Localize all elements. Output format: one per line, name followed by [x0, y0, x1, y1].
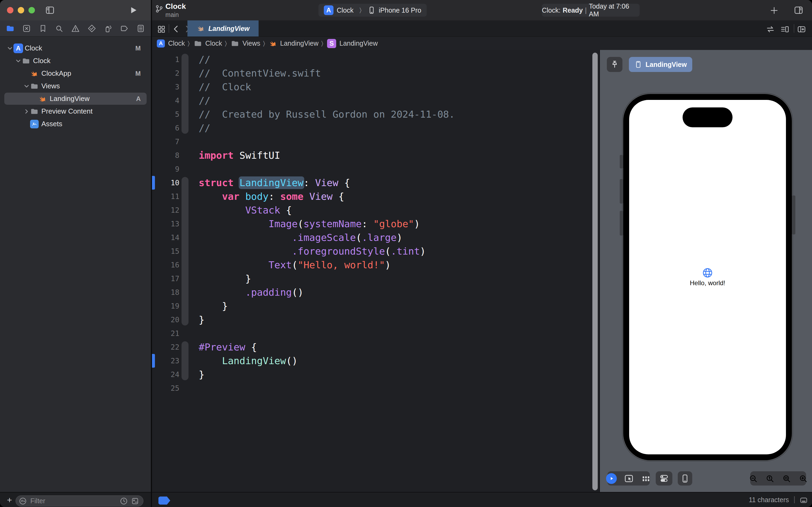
sidebar-item-clock[interactable]: Clock [0, 55, 151, 67]
report-navigator-icon[interactable] [136, 24, 145, 33]
pin-preview-button[interactable] [607, 57, 623, 72]
sidebar-toggle-icon[interactable] [45, 5, 55, 15]
code-line[interactable]: 19 } [152, 299, 599, 313]
recent-files-filter-icon[interactable] [119, 497, 128, 505]
code-line[interactable]: 20} [152, 313, 599, 327]
code-text[interactable]: #Preview { [179, 340, 257, 354]
line-number[interactable]: 18 [152, 285, 179, 299]
code-line[interactable]: 18 .padding() [152, 285, 599, 299]
activity-status[interactable]: Clock: Ready | Today at 7:06 AM [542, 4, 640, 17]
run-destination[interactable]: iPhone 16 Pro [379, 6, 421, 14]
go-back-icon[interactable] [172, 25, 180, 33]
line-number[interactable]: 23 [152, 354, 179, 368]
code-line[interactable]: 13 Image(systemName: "globe") [152, 217, 599, 231]
sidebar-item-clock[interactable]: AClockM [0, 42, 151, 55]
code-text[interactable]: Image(systemName: "globe") [179, 217, 420, 231]
code-line[interactable]: 3// Clock [152, 80, 599, 94]
selectable-mode-icon[interactable] [624, 473, 634, 484]
preview-device-chip[interactable]: LandingView [629, 57, 692, 72]
minimize-button[interactable] [18, 7, 24, 13]
zoom-to-fit-icon[interactable] [781, 474, 791, 484]
filter-field[interactable]: Filter [15, 496, 143, 506]
scheme-selector[interactable]: A Clock 〉 iPhone 16 Pro [318, 4, 427, 17]
code-line[interactable]: 8import SwiftUI [152, 149, 599, 162]
code-line[interactable]: 6// [152, 121, 599, 135]
scheme-name[interactable]: Clock [337, 6, 354, 14]
issue-navigator-icon[interactable] [71, 24, 80, 33]
line-number[interactable]: 9 [152, 162, 179, 176]
editor-options-icon[interactable] [780, 25, 790, 34]
line-number[interactable]: 19 [152, 299, 179, 313]
code-line[interactable]: 5// Created by Russell Gordon on 2024-11… [152, 107, 599, 121]
code-line[interactable]: 24} [152, 368, 599, 381]
line-number[interactable]: 7 [152, 135, 179, 149]
disclosure-open-icon[interactable] [23, 83, 30, 90]
test-navigator-icon[interactable] [87, 24, 97, 33]
code-line[interactable]: 12 VStack { [152, 203, 599, 217]
code-line[interactable]: 15 .foregroundStyle(.tint) [152, 244, 599, 258]
code-text[interactable]: var body: some View { [179, 189, 344, 203]
filter-menu-icon[interactable] [18, 497, 27, 505]
line-number[interactable]: 21 [152, 327, 179, 340]
tab-landingview[interactable]: LandingView [187, 20, 258, 37]
code-text[interactable] [179, 381, 199, 395]
code-text[interactable]: struct LandingView: View { [179, 176, 350, 189]
zoom-out-icon[interactable] [748, 474, 758, 484]
debug-navigator-icon[interactable] [103, 24, 113, 33]
code-line[interactable]: 4// [152, 94, 599, 107]
project-navigator-icon[interactable] [6, 24, 15, 33]
live-preview-icon[interactable] [606, 473, 617, 484]
sidebar-item-views[interactable]: Views [0, 80, 151, 92]
code-line[interactable]: 14 .imageScale(.large) [152, 231, 599, 244]
device-bezels-button[interactable] [678, 471, 692, 486]
sidebar-item-clockapp[interactable]: ClockAppM [0, 67, 151, 80]
zoom-button[interactable] [28, 7, 35, 13]
line-number[interactable]: 20 [152, 313, 179, 327]
jump-bar[interactable]: AClock〉Clock〉Views〉LandingView〉SLandingV… [152, 37, 812, 50]
sidebar-item-assets[interactable]: Assets [0, 118, 151, 130]
sidebar-item-landingview[interactable]: LandingViewA [0, 92, 151, 105]
line-number[interactable]: 5 [152, 107, 179, 121]
code-text[interactable]: // [179, 94, 210, 107]
breadcrumb-item[interactable]: Clock [206, 40, 222, 47]
line-number[interactable]: 1 [152, 53, 179, 66]
split-editor-icon[interactable] [797, 25, 806, 34]
code-text[interactable]: LandingView() [179, 354, 297, 368]
line-number[interactable]: 4 [152, 94, 179, 107]
source-control-filter-icon[interactable] [131, 497, 139, 505]
breadcrumb-item[interactable]: LandingView [339, 40, 378, 47]
code-line[interactable]: 23 LandingView() [152, 354, 599, 368]
close-button[interactable] [7, 7, 13, 13]
code-line[interactable]: 1// [152, 53, 599, 66]
line-number[interactable]: 22 [152, 340, 179, 354]
breadcrumb-item[interactable]: Views [242, 40, 260, 47]
disclosure-open-icon[interactable] [6, 45, 13, 52]
code-text[interactable]: } [179, 299, 228, 313]
zoom-in-icon[interactable] [798, 474, 808, 484]
code-text[interactable] [179, 327, 199, 340]
run-button[interactable] [128, 5, 138, 15]
line-number[interactable]: 2 [152, 66, 179, 80]
related-items-icon[interactable] [157, 25, 166, 34]
line-number[interactable]: 6 [152, 121, 179, 135]
code-text[interactable]: // [179, 121, 210, 135]
code-text[interactable]: // Created by Russell Gordon on 2024-11-… [179, 107, 455, 121]
line-number[interactable]: 15 [152, 244, 179, 258]
code-text[interactable]: .imageScale(.large) [179, 231, 403, 244]
code-text[interactable]: VStack { [179, 203, 292, 217]
code-line[interactable]: 21 [152, 327, 599, 340]
line-number[interactable]: 3 [152, 80, 179, 94]
code-line[interactable]: 10struct LandingView: View { [152, 176, 599, 189]
zoom-actual-size-icon[interactable] [765, 474, 775, 484]
code-line[interactable]: 17 } [152, 272, 599, 285]
code-line[interactable]: 7 [152, 135, 599, 149]
line-number[interactable]: 17 [152, 272, 179, 285]
code-text[interactable]: Text("Hello, world!") [179, 258, 391, 272]
code-text[interactable]: .padding() [179, 285, 303, 299]
code-text[interactable]: import SwiftUI [179, 149, 280, 162]
line-number[interactable]: 10 [152, 176, 179, 189]
line-number[interactable]: 12 [152, 203, 179, 217]
editor-bottom-bar-toggle-icon[interactable] [799, 496, 808, 505]
line-number[interactable]: 14 [152, 231, 179, 244]
line-number[interactable]: 11 [152, 189, 179, 203]
